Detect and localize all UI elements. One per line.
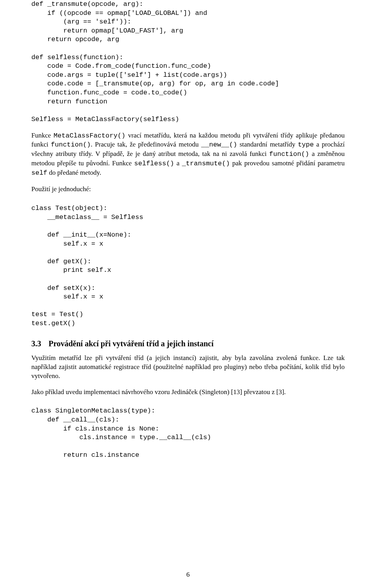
inline-code: function() (269, 150, 309, 158)
inline-code: MetaClassFactory() (54, 132, 126, 139)
inline-code: function() (51, 141, 91, 148)
section-heading: 3.3Provádění akcí při vytváření tříd a j… (31, 339, 345, 348)
text: do předané metody. (47, 169, 101, 176)
text: . Pracuje tak, že předefinovává metodu (91, 141, 201, 148)
inline-code: selfless() (134, 160, 174, 167)
inline-code: self (31, 169, 47, 177)
inline-code: __new__() (201, 141, 237, 148)
inline-code: _transmute() (182, 160, 230, 167)
text: a (174, 159, 182, 167)
paragraph-4: Jako příklad uvedu implementaci návrhové… (31, 388, 345, 397)
code-block-3: class SingletonMetaclass(type): def __ca… (31, 407, 345, 460)
paragraph-2: Použití je jednoduché: (31, 185, 345, 194)
section-number: 3.3 (31, 339, 49, 348)
page-container: def _transmute(opcode, arg): if ((opcode… (0, 0, 376, 588)
inline-code: type (298, 141, 314, 148)
page-number: 6 (0, 571, 376, 579)
code-block-2: class Test(object): __metaclass__ = Self… (31, 204, 345, 328)
text: pak provedou samotné přidání parametru (230, 159, 345, 167)
paragraph-3: Využitím metatříd lze při vytváření tříd… (31, 354, 345, 381)
text: Funkce (31, 132, 54, 139)
text: standardní metatřídy (237, 141, 298, 148)
section-title: Provádění akcí při vytváření tříd a jeji… (49, 339, 213, 348)
paragraph-1: Funkce MetaClassFactory() vrací metatříd… (31, 131, 345, 178)
code-block-1: def _transmute(opcode, arg): if ((opcode… (31, 0, 345, 124)
